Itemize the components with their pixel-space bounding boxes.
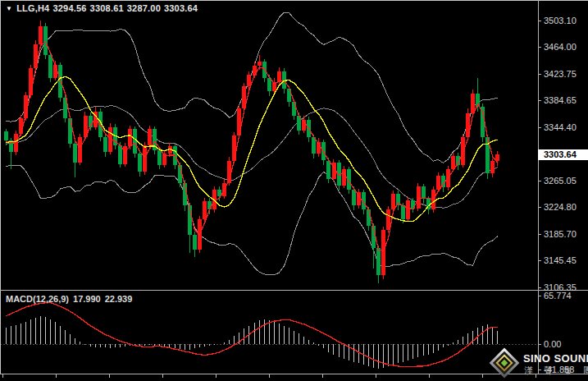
price-axis-tick	[538, 127, 541, 128]
sino-sound-diamond-icon	[489, 347, 520, 379]
macd-signal-line	[6, 303, 498, 367]
price-axis-label: 3145.45	[544, 255, 577, 265]
price-axis-tick	[538, 181, 541, 181]
macd-axis-tick	[538, 344, 541, 345]
price-axis-tick	[538, 21, 541, 21]
ohlc-low-value: 3287.00	[127, 3, 161, 13]
price-axis-tick	[538, 47, 541, 48]
price-axis-label: 3265.05	[544, 176, 577, 186]
macd-axis-tick	[538, 296, 541, 296]
price-axis-tick	[538, 74, 541, 75]
time-axis-tick	[482, 374, 483, 378]
macd-value-label: 17.990	[73, 294, 101, 304]
time-axis-tick	[269, 374, 270, 378]
ohlc-high-value: 3308.61	[90, 3, 124, 13]
price-axis-label: 3384.65	[544, 95, 577, 105]
macd-name-label: MACD(12,26,9)	[6, 294, 69, 304]
macd-signal-value-label: 22.939	[105, 294, 133, 304]
price-axis-label: 3344.40	[544, 122, 577, 132]
time-axis-tick	[376, 374, 376, 378]
price-axis-tick	[538, 287, 541, 288]
price-axis-label: 3503.10	[544, 16, 577, 25]
time-axis-tick	[109, 374, 110, 378]
window-top-border	[0, 0, 588, 1]
time-axis-tick	[322, 374, 323, 378]
macd-axis-label: 65.774	[544, 291, 572, 301]
price-axis-tick	[538, 260, 541, 261]
chevron-down-icon[interactable]: ▼	[6, 5, 12, 12]
price-axis-label: 3464.00	[544, 42, 577, 52]
time-axis-tick	[162, 374, 163, 378]
time-axis-tick	[56, 374, 57, 378]
time-axis-tick	[429, 374, 430, 378]
price-axis-label: 3224.80	[544, 202, 577, 212]
price-axis-tick	[538, 207, 541, 208]
price-axis-border	[538, 0, 539, 374]
symbol-timeframe-label: LLG,H4	[16, 3, 49, 13]
candlesticks	[4, 21, 500, 283]
current-price-tag: 3303.64	[538, 149, 588, 160]
chart-symbol-header: ▼LLG,H43294.563308.613287.003303.64	[6, 3, 201, 13]
sino-sound-watermark: SINO SOUND 漢 聲 集 團	[489, 347, 586, 379]
trading-chart-window: ▼LLG,H43294.563308.613287.003303.64 MACD…	[0, 0, 588, 381]
macd-histogram	[6, 316, 498, 369]
bollinger-lower-band	[6, 165, 498, 274]
sino-sound-chinese-text: 漢 聲 集 團	[524, 365, 588, 377]
time-axis-tick	[2, 374, 3, 378]
ohlc-close-value: 3303.64	[164, 3, 198, 13]
price-axis-label: 3185.70	[544, 229, 577, 239]
price-axis-tick	[538, 234, 541, 235]
price-axis-label: 3423.75	[544, 69, 577, 79]
price-chart-pane[interactable]	[0, 0, 538, 290]
window-left-border	[0, 0, 1, 374]
sino-sound-brand-text: SINO SOUND	[523, 352, 588, 365]
macd-indicator-label: MACD(12,26,9)17.99022.939	[6, 294, 136, 304]
pane-separator[interactable]	[0, 290, 588, 291]
price-axis-tick	[538, 100, 541, 101]
ohlc-open-value: 3294.56	[52, 3, 86, 13]
time-axis-tick	[216, 374, 217, 378]
